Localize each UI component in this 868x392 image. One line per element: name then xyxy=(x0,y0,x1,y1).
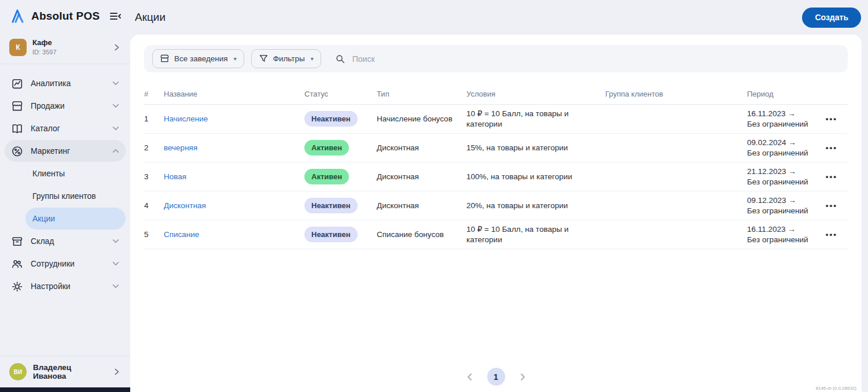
prev-page-icon[interactable] xyxy=(465,372,475,382)
promotion-name-link[interactable]: вечерняя xyxy=(164,143,197,152)
current-page-button[interactable]: 1 xyxy=(487,368,505,386)
warehouse-icon xyxy=(11,235,23,247)
row-actions-menu-icon[interactable]: ••• xyxy=(822,230,848,240)
promotion-name-link[interactable]: Списание xyxy=(164,230,199,239)
status-badge: Активен xyxy=(304,169,349,184)
staff-icon xyxy=(11,258,23,270)
sidebar-item-label: Маркетинг xyxy=(31,146,104,156)
chevron-up-icon xyxy=(112,147,120,155)
chevron-down-icon xyxy=(112,237,120,245)
brand-logo-icon xyxy=(9,8,27,25)
type-cell: Дисконтная xyxy=(377,143,466,153)
type-cell: Дисконтная xyxy=(377,172,466,182)
sidebar-item-analytics[interactable]: Аналитика xyxy=(5,72,126,94)
conditions-cell: 20%, на товары и категории xyxy=(466,201,605,211)
marketing-icon xyxy=(11,145,23,157)
caret-down-icon: ▾ xyxy=(311,56,314,62)
table-row: 3НоваяАктивенДисконтная100%, на товары и… xyxy=(144,162,848,191)
caret-down-icon: ▾ xyxy=(234,56,237,62)
row-actions-menu-icon[interactable]: ••• xyxy=(822,172,848,182)
sidebar-subitem[interactable]: Клиенты xyxy=(25,162,126,184)
status-badge: Неактивен xyxy=(304,111,358,127)
brand-name: Absolut POS xyxy=(31,10,108,23)
sidebar-item-staff[interactable]: Сотрудники xyxy=(5,253,126,275)
status-cell: Активен xyxy=(304,169,377,184)
type-cell: Начисление бонусов xyxy=(377,114,466,124)
promotion-name-link[interactable]: Новая xyxy=(164,172,186,181)
status-cell: Неактивен xyxy=(304,198,377,213)
sidebar-submenu: КлиентыГруппы клиентовАкции xyxy=(5,162,126,230)
period-cell: 16.11.2023 →Без ограничений xyxy=(747,109,822,130)
row-actions-menu-icon[interactable]: ••• xyxy=(822,201,848,211)
status-cell: Активен xyxy=(304,140,377,156)
next-page-icon[interactable] xyxy=(518,372,527,382)
status-cell: Неактивен xyxy=(304,227,377,242)
sidebar-item-label: Продажи xyxy=(31,101,104,110)
type-cell: Списание бонусов xyxy=(377,230,466,240)
status-cell: Неактивен xyxy=(304,111,377,127)
venues-filter-button[interactable]: Все заведения ▾ xyxy=(152,49,244,68)
chevron-down-icon xyxy=(112,79,120,87)
search-input[interactable]: Поиск xyxy=(335,54,840,64)
chevron-right-icon xyxy=(113,368,121,376)
conditions-cell: 10 ₽ = 10 Балл, на товары и категории xyxy=(466,109,605,130)
search-placeholder: Поиск xyxy=(352,54,375,64)
row-number: 1 xyxy=(144,114,164,124)
create-button[interactable]: Создать xyxy=(802,8,861,28)
sidebar-item-label: Настройки xyxy=(31,282,104,291)
row-number: 2 xyxy=(144,143,164,153)
table-row: 1НачислениеНеактивенНачисление бонусов10… xyxy=(144,105,848,134)
chevron-down-icon xyxy=(112,102,120,110)
column-header: Статус xyxy=(304,90,377,98)
promotion-name-cell: Дисконтная xyxy=(164,201,304,211)
sidebar-item-label: Аналитика xyxy=(31,79,104,88)
row-actions-menu-icon[interactable]: ••• xyxy=(822,114,848,124)
user-menu[interactable]: ВИ Владелец Иванова xyxy=(0,356,130,387)
conditions-cell: 10 ₽ = 10 Балл, на товары и категории xyxy=(466,224,605,245)
venue-id: ID: 3597 xyxy=(32,49,107,56)
chevron-down-icon xyxy=(112,124,120,132)
sidebar-subitem[interactable]: Группы клиентов xyxy=(25,185,126,207)
chevron-down-icon xyxy=(112,260,120,268)
promotion-name-cell: Начисление xyxy=(164,114,304,124)
top-bar: Акции Создать xyxy=(130,0,868,35)
sidebar-item-label: Склад xyxy=(31,236,104,246)
user-name: Владелец Иванова xyxy=(33,363,106,380)
row-number: 3 xyxy=(144,172,164,182)
column-header: # xyxy=(144,90,164,98)
row-number: 4 xyxy=(144,201,164,211)
filters-button[interactable]: Фильтры ▾ xyxy=(251,49,321,68)
sidebar-subitem[interactable]: Акции xyxy=(25,208,126,230)
promotions-table: #НазваниеСтатусТипУсловияГруппа клиентов… xyxy=(144,84,848,249)
storefront-icon xyxy=(160,54,170,64)
conditions-cell: 100%, на товары и категории xyxy=(466,172,605,182)
status-badge: Неактивен xyxy=(304,198,358,213)
funnel-icon xyxy=(259,54,269,64)
logo-row: Absolut POS xyxy=(0,0,130,32)
sidebar-collapse-icon[interactable] xyxy=(108,9,122,23)
promotion-name-link[interactable]: Дисконтная xyxy=(164,201,206,210)
status-badge: Неактивен xyxy=(304,227,358,242)
column-header: Название xyxy=(164,90,304,98)
analytics-icon xyxy=(11,77,23,90)
sidebar-item-storefront[interactable]: Продажи xyxy=(5,95,126,117)
column-header: Тип xyxy=(377,90,466,98)
column-header: Группа клиентов xyxy=(605,90,747,98)
column-header: Условия xyxy=(466,90,605,98)
sidebar-item-catalog[interactable]: Каталог xyxy=(5,117,126,139)
sidebar-bottom-bar xyxy=(0,387,130,392)
sidebar-item-warehouse[interactable]: Склад xyxy=(5,230,126,252)
row-actions-menu-icon[interactable]: ••• xyxy=(822,143,848,153)
column-header: Период xyxy=(747,90,822,98)
promotion-name-link[interactable]: Начисление xyxy=(164,114,208,123)
status-badge: Активен xyxy=(304,140,349,156)
settings-icon xyxy=(11,280,23,293)
storefront-icon xyxy=(11,100,23,112)
venue-name: Кафе xyxy=(32,39,107,47)
sidebar-nav: АналитикаПродажиКаталогМаркетингКлиентыГ… xyxy=(0,64,130,356)
row-number: 5 xyxy=(144,230,164,240)
page-title: Акции xyxy=(135,11,802,24)
sidebar-item-settings[interactable]: Настройки xyxy=(5,275,126,297)
venue-switcher[interactable]: К Кафе ID: 3597 xyxy=(0,32,130,64)
sidebar-item-marketing[interactable]: Маркетинг xyxy=(5,140,126,162)
